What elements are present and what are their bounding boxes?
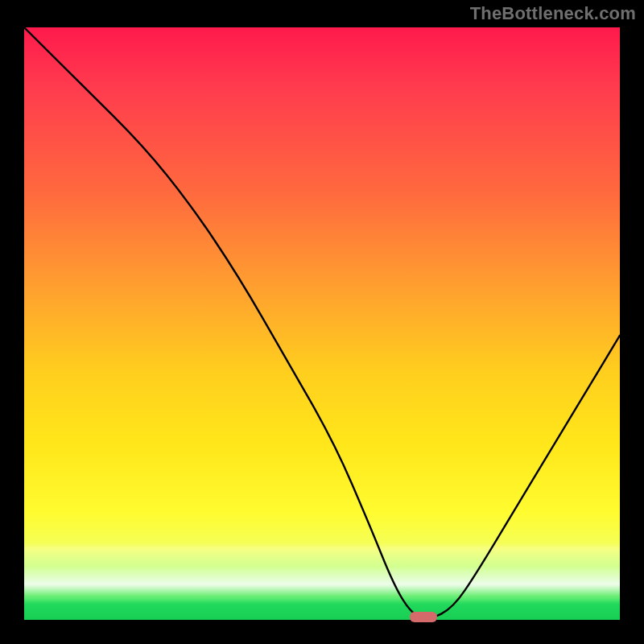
chart-container: TheBottleneck.com bbox=[0, 0, 644, 644]
optimum-marker bbox=[410, 612, 437, 622]
plot-area bbox=[24, 27, 620, 620]
attribution-label: TheBottleneck.com bbox=[470, 3, 636, 24]
curve-line bbox=[24, 27, 620, 620]
